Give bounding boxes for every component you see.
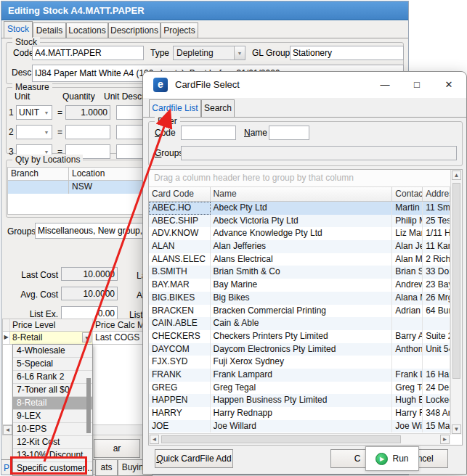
- dropdown-scrollbar[interactable]: [86, 378, 91, 433]
- price-level-option[interactable]: 8-Retail: [13, 397, 92, 410]
- quantity-input[interactable]: [65, 105, 110, 120]
- group-by-hint: Drag a column header here to group by th…: [149, 170, 450, 187]
- run-button-label: Run: [392, 454, 408, 464]
- cardfile-row[interactable]: CAIN.ABLECain & Able: [149, 317, 450, 330]
- address-cell: 64 Bun: [423, 305, 450, 318]
- minimize-button[interactable]: —: [371, 75, 399, 94]
- cardfile-row[interactable]: GREGGreg TegalGreg Te24 Den: [149, 382, 450, 395]
- type-select-value: Depleting: [174, 48, 234, 58]
- grid-horizontal-scrollbar[interactable]: ◄ ►: [149, 433, 450, 445]
- address-cell: 15 Mar: [423, 420, 450, 433]
- address-column-header[interactable]: Address: [423, 187, 450, 201]
- avg-cost-input[interactable]: [61, 287, 118, 300]
- cardfile-row[interactable]: ADV.KNOWAdvance Knowledge Pty LtdLiz Mar…: [149, 227, 450, 240]
- price-level-column-header[interactable]: Price Level: [10, 319, 93, 331]
- price-level-dropdown-button[interactable]: ▼: [82, 332, 92, 342]
- hscrollbar-thumb[interactable]: [161, 435, 401, 443]
- price-level-option[interactable]: 7-Toner all $0: [13, 384, 92, 397]
- gl-group-label: GL Group: [252, 48, 290, 58]
- cardfile-row[interactable]: HAPPENHappen Business Pty LimitedHugh Ev…: [149, 394, 450, 407]
- contact-cell: Barry All: [392, 330, 423, 343]
- cardfile-row[interactable]: FJX.SYDFuji Xerox Sydney: [149, 356, 450, 369]
- filter-name-input[interactable]: [269, 126, 309, 140]
- contact-cell: Liz Marsl: [392, 227, 423, 240]
- price-level-option[interactable]: 9-LEX: [13, 410, 92, 423]
- tab-search[interactable]: Search: [201, 99, 235, 117]
- price-level-option[interactable]: 12-Kit Cost: [13, 436, 92, 449]
- cardfile-row[interactable]: B.SMITHBrian Smith & CoBrian Sm33 Don: [149, 266, 450, 279]
- window-titlebar[interactable]: Editing Stock A4.MATT.PAPER: [1, 1, 408, 20]
- screenshot-root: { "colors": {"titlebar_blue": "#4a8ed6",…: [0, 0, 467, 476]
- contact-column-header[interactable]: Contact: [392, 187, 423, 201]
- price-calc-column-header[interactable]: Price Calc Meth: [93, 319, 143, 331]
- price-calc-cell: Last COGS + M: [93, 332, 143, 344]
- type-select[interactable]: Depleting ▼: [173, 46, 245, 60]
- measure-row-number: 2: [9, 127, 14, 137]
- name-column-header[interactable]: Name: [211, 187, 393, 201]
- scroll-left-icon[interactable]: ◄: [3, 425, 12, 435]
- cardfile-row[interactable]: ABEC.SHIPAbeck Victoria Pty LtdPhilip Mc…: [149, 215, 450, 228]
- play-icon: ▶: [375, 453, 388, 465]
- bottom-tab-stats-fragment[interactable]: ats: [95, 460, 118, 476]
- card-code-cell: BRACKEN: [149, 305, 211, 318]
- tab-locations[interactable]: Locations: [66, 22, 108, 38]
- tab-details[interactable]: Details: [33, 22, 66, 38]
- scroll-left-icon[interactable]: ◄: [150, 435, 159, 444]
- contact-cell: Hugh Ev: [392, 394, 423, 407]
- scroll-right-icon[interactable]: ►: [440, 435, 450, 444]
- price-level-cell[interactable]: 8-Retail ▼: [10, 332, 93, 344]
- address-cell: [423, 317, 450, 330]
- bottom-tab-fragment-p[interactable]: P: [4, 463, 9, 473]
- address-cell: 16 Ham: [423, 369, 450, 382]
- price-grid-row[interactable]: ▶ 8-Retail ▼ Last COGS + M: [2, 332, 144, 345]
- cardfile-row[interactable]: HARRYHarry RednappHarry Re348 An: [149, 407, 450, 420]
- cardfile-row[interactable]: BRACKENBracken Commercial PrintingAdrian…: [149, 305, 450, 318]
- cardfile-row[interactable]: DAYCOMDaycom Electronics Pty LimitedAnth…: [149, 343, 450, 356]
- vscrollbar-thumb[interactable]: [452, 183, 460, 379]
- cardfile-select-dialog: e CardFile Select — □ ✕ Cardfile List Se…: [142, 71, 467, 475]
- cardfile-row[interactable]: ALANAlan JefferiesAlan Jef11 Kang: [149, 240, 450, 253]
- address-cell: 24 Den: [423, 382, 450, 395]
- clipped-button-ar[interactable]: ar: [94, 439, 140, 458]
- name-cell: Frank Lampard: [211, 369, 393, 382]
- quick-cardfile-add-button[interactable]: Quick CardFile Add: [155, 449, 233, 468]
- price-level-option[interactable]: 10-EPS: [13, 423, 92, 436]
- cardfile-row[interactable]: BAY.MARBay MarineAndrew23 Bay: [149, 279, 450, 292]
- price-level-option[interactable]: 5-Special: [13, 358, 92, 371]
- card-code-column-header[interactable]: Card Code: [149, 187, 211, 201]
- filter-code-input[interactable]: [181, 126, 236, 140]
- run-button[interactable]: ▶ Run: [365, 446, 419, 471]
- cardfile-row[interactable]: ALANS.ELECAlans ElectricalAlan Mar2 Rich…: [149, 253, 450, 266]
- unit-select[interactable]: UNIT▼: [16, 105, 52, 120]
- cardfile-row[interactable]: FRANKFrank LampardFrank La16 Ham: [149, 369, 450, 382]
- scroll-down-icon[interactable]: ▼: [452, 424, 461, 434]
- filter-groups-input[interactable]: [181, 146, 457, 160]
- branch-column-header[interactable]: Branch: [8, 168, 69, 180]
- name-cell: Cain & Able: [211, 317, 393, 330]
- dialog-titlebar[interactable]: e CardFile Select — □ ✕: [143, 72, 466, 98]
- grid-vertical-scrollbar[interactable]: ▲ ▼: [450, 170, 462, 435]
- scroll-up-icon[interactable]: ▲: [452, 171, 461, 180]
- cardfile-row[interactable]: JOEJoe WillardJoe Willa15 Mar: [149, 420, 450, 433]
- gl-group-input[interactable]: [290, 46, 404, 60]
- tab-stock[interactable]: Stock: [4, 21, 33, 38]
- price-level-option[interactable]: 6-L6 Rank 2: [13, 371, 92, 384]
- chevron-down-icon: ▼: [41, 110, 52, 115]
- unit-select[interactable]: ▼: [16, 125, 52, 139]
- tab-projects[interactable]: Projects: [161, 22, 198, 38]
- price-level-option[interactable]: 4-Wholesale: [13, 345, 92, 358]
- last-cost-input[interactable]: [61, 267, 118, 281]
- code-input[interactable]: [32, 46, 144, 60]
- cardfile-row[interactable]: ABEC.HOAbeck Pty LtdMartin H11 Smit: [149, 202, 450, 215]
- maximize-button[interactable]: □: [403, 75, 431, 94]
- groups-label: Groups: [7, 226, 36, 237]
- type-label: Type: [150, 48, 169, 58]
- close-button[interactable]: ✕: [435, 75, 463, 94]
- cardfile-row[interactable]: BIG.BIKESBig BikesAlana M26 Mrg: [149, 292, 450, 305]
- price-level-options: 4-Wholesale5-Special6-L6 Rank 27-Toner a…: [13, 345, 92, 475]
- quantity-input[interactable]: [65, 125, 110, 139]
- location-column-header[interactable]: Location: [69, 168, 105, 180]
- cardfile-row[interactable]: CHECKERSCheckers Printers Pty LimitedBar…: [149, 330, 450, 343]
- tab-descriptions[interactable]: Descriptions: [108, 22, 161, 38]
- tab-cardfile-list[interactable]: Cardfile List: [149, 99, 201, 117]
